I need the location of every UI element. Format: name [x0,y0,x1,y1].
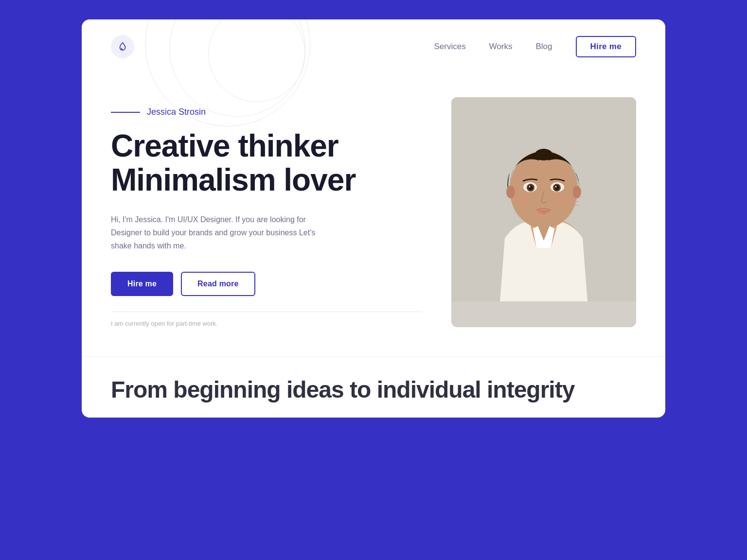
portrait-svg [451,97,636,301]
droplet-icon [117,41,128,52]
bottom-teaser: From beginning ideas to individual integ… [82,356,665,418]
hero-description: Hi, I'm Jessica. I'm UI/UX Designer. If … [111,213,325,253]
svg-point-11 [554,185,559,190]
divider [111,312,422,312]
hero-title: Creative thinker Minimalism lover [111,129,422,197]
hero-image [451,97,636,327]
author-name: Jessica Strosin [147,107,206,117]
svg-point-13 [516,193,533,205]
logo[interactable] [111,35,134,58]
svg-point-12 [555,186,557,188]
hero-portrait [451,97,636,301]
nav-blog[interactable]: Blog [536,42,552,52]
read-more-button[interactable]: Read more [181,272,255,296]
author-line: Jessica Strosin [111,107,422,117]
hero-title-line1: Creative thinker [111,128,338,163]
hero-title-line2: Minimalism lover [111,162,356,197]
nav-services[interactable]: Services [434,42,465,52]
svg-point-3 [572,186,581,198]
nav-hire-me-button[interactable]: Hire me [576,36,636,57]
availability-text: I am currently open for part-time work. [111,320,422,327]
svg-point-8 [529,186,531,188]
hire-me-button[interactable]: Hire me [111,272,173,296]
author-line-bar [111,112,140,113]
hero-buttons: Hire me Read more [111,272,422,296]
svg-point-7 [528,185,533,190]
svg-point-4 [506,186,515,198]
hero-section: Jessica Strosin Creative thinker Minimal… [82,68,665,356]
nav-works[interactable]: Works [489,42,513,52]
nav-links: Services Works Blog Hire me [434,36,636,57]
page-wrapper: Services Works Blog Hire me Jessica Stro… [82,19,665,418]
bottom-teaser-title: From beginning ideas to individual integ… [111,376,636,403]
svg-point-2 [535,149,552,160]
hero-content: Jessica Strosin Creative thinker Minimal… [111,97,422,327]
svg-point-14 [554,193,572,205]
navbar: Services Works Blog Hire me [82,19,665,68]
